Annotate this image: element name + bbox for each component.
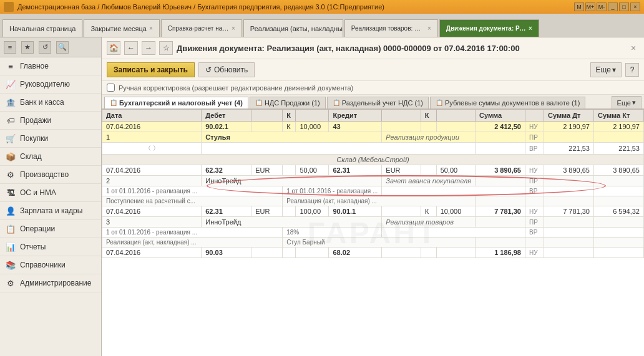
os-icon: 🏗 [5,187,16,198]
cell-num: 3 [102,217,202,228]
sidebar: ≡ ★ ↺ 🔍 ≡ Главное 📈 Руководителю 🏦 Банк … [0,37,102,356]
toolbar: Записать и закрыть ↺ Обновить Еще ▾ ? [102,59,644,81]
tab-close-icon-4[interactable]: × [427,25,431,32]
sidebar-item-bank[interactable]: 🏦 Банк и касса [0,94,101,112]
table-row[interactable]: 07.04.2016 62.31 EUR 100,00 90.01.1 К 10… [102,206,644,217]
tab-close-icon-2[interactable]: × [232,25,235,32]
cell-summa-dt: 7 781,30 [544,206,594,217]
doc-close-button[interactable]: × [628,42,639,54]
manual-edit-checkbox[interactable] [107,84,115,92]
sidebar-item-director[interactable]: 📈 Руководителю [0,75,101,94]
cell-summa-dt [544,238,594,248]
table-section-row: Склад (МебельСтрой) [102,155,644,165]
tab-sales[interactable]: Реализация (акты, накладные) × [243,19,343,37]
cell-label [525,238,544,248]
cell-debit: 90.02.1 [202,122,251,132]
nav-forward-btn[interactable]: → [142,41,155,55]
inner-tabs-more-icon: ▾ [632,99,636,107]
sidebar-item-operations[interactable]: 📋 Операции [0,220,101,238]
sidebar-item-production[interactable]: ⚙ Производство [0,166,101,184]
table-row[interactable]: 07.04.2016 90.02.1 К 10,000 43 2 412,50 … [102,122,644,132]
sidebar-star-icon[interactable]: ★ [21,41,34,54]
tab-close-icon-1[interactable]: × [149,25,153,32]
title-btn-m[interactable]: M [574,2,584,11]
cell-date: 07.04.2016 [102,248,202,258]
tab-close-icon-5[interactable]: × [529,25,532,32]
title-btn-mplus[interactable]: M+ [585,2,595,11]
title-btn-close[interactable]: × [630,2,640,11]
title-btn-minimize[interactable]: _ [608,2,618,11]
sidebar-item-sales[interactable]: 🏷 Продажи [0,112,101,130]
warehouse-icon: 📦 [5,151,16,162]
nav-back-btn[interactable]: ← [124,41,138,55]
table-row[interactable]: 〈 〉 ВР 221,53 221,53 [102,143,644,155]
inner-tabs-more-button[interactable]: Еще ▾ [612,96,642,108]
tab-spravka[interactable]: Справка-расчет налога на прибыль за Апре… [161,19,242,37]
tab-home[interactable]: Начальная страница [2,19,82,37]
cell-summa-dt: 2 190,97 [544,122,594,132]
tab-close-month[interactable]: Закрытие месяца × [84,19,159,37]
sidebar-back-icon[interactable]: ↺ [39,41,51,54]
table-row[interactable]: 1 от 01.01.2016 - реализация ... 18% ВР [102,228,644,238]
cell-summa-kt [594,196,644,206]
sidebar-item-references[interactable]: 📚 Справочники [0,256,101,274]
inner-tab-vat-separate[interactable]: 📋 Раздельный учет НДС (1) [327,97,429,108]
cell-num: 2 [102,176,202,186]
cell-summa: 2 412,50 [476,122,525,132]
inner-tab-vat-sales[interactable]: 📋 НДС Продажи (1) [250,97,326,108]
cell-summa-dt [544,176,594,186]
refresh-icon: ↺ [205,65,212,74]
help-button[interactable]: ? [625,63,639,77]
table-container[interactable]: ГАРАНТ Дата Дебет К Кредит К Сумм [102,109,644,356]
table-row[interactable]: 3 ИннoТрейд Реализация товаров ПР [102,217,644,228]
table-row[interactable]: 07.04.2016 90.03 68.02 1 186,98 НУ [102,248,644,258]
title-btn-maximize[interactable]: □ [619,2,629,11]
table-row[interactable]: Реализация (акт, накладная) ... Стул Бар… [102,238,644,248]
sidebar-item-purchases[interactable]: 🛒 Покупки [0,130,101,148]
table-row[interactable]: 07.04.2016 62.32 EUR 50,00 62.31 EUR 50,… [102,165,644,176]
references-icon: 📚 [5,259,16,271]
cell-ref8: Стул Барный [283,238,476,248]
table-row[interactable]: 1 от 01.01.2016 - реализация ... 1 от 01… [102,186,644,196]
cell-summa-kt: 2 190,97 [594,122,644,132]
table-row[interactable]: 1 Стулья Реализация продукции ПР [102,132,644,143]
cell-summa-kt [594,132,644,143]
tabs-bar: Начальная страница Закрытие месяца × Спр… [0,14,644,37]
nav-home-btn[interactable]: 🏠 [107,41,120,55]
sidebar-item-salary[interactable]: 👤 Зарплата и кадры [0,202,101,220]
inner-tab-accounting[interactable]: 📋 Бухгалтерский и налоговый учет (4) [104,97,248,108]
cell-credit: 68.02 [329,248,382,258]
cell-summa-dt [544,132,594,143]
sidebar-item-main[interactable]: ≡ Главное [0,57,101,75]
sidebar-item-admin[interactable]: ⚙ Администрирование [0,274,101,292]
sidebar-search-icon[interactable]: 🔍 [56,41,69,54]
title-btn-mminus[interactable]: M- [597,2,607,11]
nav-bookmark-btn[interactable]: ☆ [159,41,173,55]
salary-icon: 👤 [5,205,16,216]
tab-goods[interactable]: Реализация товаров: Накладная 0000-00000… [344,19,438,37]
inner-tab-currency[interactable]: 📋 Рублевые суммы документов в валюте (1) [430,97,585,108]
save-close-button[interactable]: Записать и закрыть [107,62,195,77]
tab-movements[interactable]: Движения документа: Реализация (акт, нак… [439,19,539,37]
table-row[interactable]: 2 ИннoТрейд Зачет аванса покупателя ПР [102,176,644,186]
more-button[interactable]: Еще ▾ [590,62,622,77]
cell-credit-k: К [421,206,436,217]
sidebar-menu-icon[interactable]: ≡ [4,41,16,54]
cell-debit: 90.03 [202,248,251,258]
refresh-button[interactable]: ↺ Обновить [198,62,255,77]
sidebar-item-reports[interactable]: 📊 Отчеты [0,238,101,256]
col-credit-k: К [421,110,436,122]
sidebar-item-os[interactable]: 🏗 ОС и НМА [0,184,101,202]
sidebar-item-warehouse[interactable]: 📦 Склад [0,148,101,166]
main-icon: ≡ [5,60,16,72]
cell-credit-currency: EUR [382,165,421,176]
cell-credit-sub [382,122,421,132]
table-row[interactable]: Поступление на расчетный с... Реализация… [102,196,644,206]
cell-label: НУ [525,165,544,176]
cell-credit: 62.31 [329,165,382,176]
cell-label: ПР [525,217,544,228]
cell-sub-name: ИннoТрейд [202,176,382,186]
cell-debit-val: 10,000 [296,122,329,132]
purchases-icon: 🛒 [5,133,16,144]
cell-ref3: Поступление на расчетный с... [102,196,283,206]
